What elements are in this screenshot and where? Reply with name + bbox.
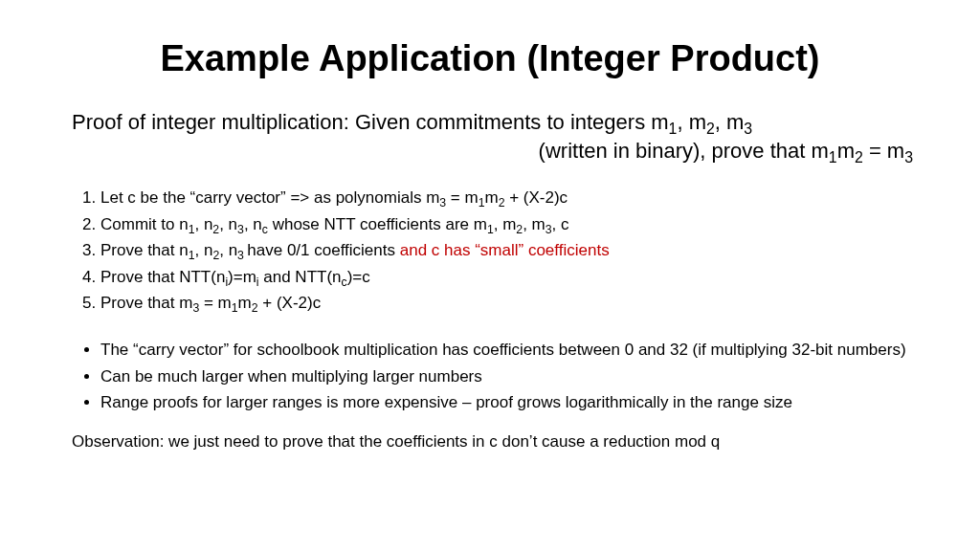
subtitle-line2: (written in binary), prove that m1m2 = m… [57, 137, 913, 165]
numbered-steps: Let c be the “carry vector” => as polyno… [57, 186, 923, 316]
step-5: Prove that m3 = m1m2 + (X-2)c [100, 291, 923, 316]
step-2: Commit to n1, n2, n3, nc whose NTT coeff… [100, 212, 923, 237]
red-text: and c has “small” coefficients [400, 241, 610, 259]
observation-text: Observation: we just need to prove that … [57, 432, 923, 452]
step-4: Prove that NTT(ni)=mi and NTT(nc)=c [100, 265, 923, 290]
step-3: Prove that n1, n2, n3 have 0/1 coefficie… [100, 238, 923, 263]
subtitle-line1: Proof of integer multiplication: Given c… [57, 108, 913, 137]
slide-title: Example Application (Integer Product) [57, 38, 923, 79]
bullet-list: The “carry vector” for schoolbook multip… [57, 339, 923, 415]
slide-subtitle: Proof of integer multiplication: Given c… [57, 108, 923, 165]
bullet-3: Range proofs for larger ranges is more e… [100, 391, 923, 415]
bullet-1: The “carry vector” for schoolbook multip… [100, 339, 923, 363]
step-1: Let c be the “carry vector” => as polyno… [100, 186, 923, 210]
bullet-2: Can be much larger when multiplying larg… [100, 365, 923, 389]
